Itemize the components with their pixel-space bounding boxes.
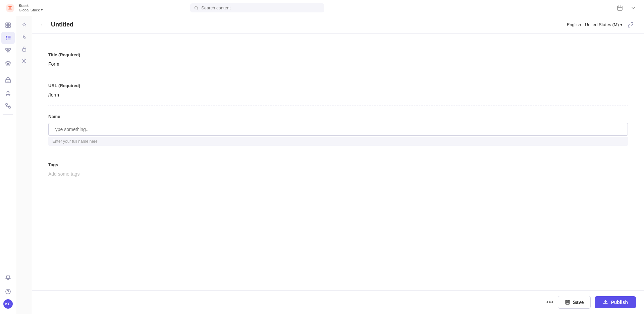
search-input[interactable]: [201, 5, 320, 10]
sidebar-item-list[interactable]: [1, 32, 15, 44]
lock-icon: [21, 46, 27, 52]
title-field-value: Form: [48, 61, 628, 67]
editor-header: ← Untitled English - United States (M) ▾: [32, 16, 644, 34]
svg-point-28: [9, 95, 10, 96]
svg-rect-30: [9, 107, 10, 108]
tags-field-section: Tags Add some tags: [48, 154, 628, 185]
publish-button[interactable]: Publish: [595, 296, 636, 308]
url-field-label: URL (Required): [48, 83, 628, 88]
deploy-icon: [5, 90, 11, 96]
save-icon: [565, 300, 570, 305]
link-icon: [21, 34, 27, 40]
schema-icon: [5, 48, 11, 54]
svg-line-2: [197, 9, 198, 10]
content-sidebar-star[interactable]: [18, 19, 30, 30]
svg-rect-39: [566, 303, 569, 304]
help-icon: [5, 289, 11, 295]
name-field-section: Name Enter your full name here: [48, 106, 628, 154]
grid-icon: [5, 22, 11, 28]
search-icon: [194, 6, 199, 10]
top-nav: Stack Global Stack ▾: [0, 0, 644, 16]
publish-label: Publish: [611, 300, 628, 305]
sidebar-divider-2: [3, 114, 13, 115]
title-field-section: Title (Required) Form: [48, 44, 628, 75]
editor-title: Untitled: [51, 21, 73, 28]
url-field-value: /form: [48, 92, 628, 98]
bell-icon: [5, 274, 11, 280]
sidebar-item-marketplace[interactable]: [1, 74, 15, 86]
svg-rect-18: [9, 48, 10, 50]
star-icon: [21, 22, 27, 27]
sidebar-item-help[interactable]: [1, 286, 15, 298]
nav-right: [614, 3, 639, 13]
sidebar-item-deploy[interactable]: [1, 87, 15, 99]
stack-name[interactable]: Global Stack ▾: [19, 8, 43, 12]
name-field-label: Name: [48, 114, 628, 119]
title-field-label: Title (Required): [48, 52, 628, 57]
back-button[interactable]: ←: [40, 22, 46, 28]
sidebar-item-layers[interactable]: [1, 57, 15, 69]
sidebar-divider-1: [3, 72, 13, 72]
expand-icon: [628, 22, 634, 28]
svg-rect-17: [6, 48, 7, 50]
list-icon: [5, 35, 11, 41]
name-field-hint: Enter your full name here: [48, 137, 628, 146]
content-sidebar-link[interactable]: [18, 32, 30, 42]
url-field-section: URL (Required) /form: [48, 75, 628, 106]
sidebar-item-bell[interactable]: [1, 271, 15, 284]
editor-content: Title (Required) Form URL (Required) /fo…: [32, 34, 644, 290]
svg-rect-19: [7, 51, 9, 53]
publish-icon: [603, 300, 608, 305]
search-bar[interactable]: [190, 3, 324, 12]
content-sidebar: [16, 16, 32, 314]
content-sidebar-settings[interactable]: [18, 56, 30, 66]
layers-icon: [5, 60, 11, 66]
sidebar-item-workflows[interactable]: [1, 100, 15, 112]
more-options-button[interactable]: •••: [546, 299, 554, 306]
left-sidebar: KC: [0, 16, 16, 314]
workflows-icon: [5, 103, 11, 109]
svg-rect-11: [6, 36, 7, 38]
main-layout: KC: [0, 16, 644, 314]
svg-point-36: [23, 60, 25, 62]
svg-rect-10: [8, 25, 10, 27]
brand-info: Stack Global Stack ▾: [19, 4, 43, 12]
svg-rect-3: [618, 6, 622, 10]
name-field-input[interactable]: [48, 123, 628, 136]
expand-button[interactable]: [625, 19, 636, 30]
sidebar-item-grid[interactable]: [1, 19, 15, 31]
brand-name: Stack: [19, 4, 43, 8]
svg-point-33: [8, 293, 8, 294]
svg-rect-8: [8, 23, 10, 25]
sidebar-bottom: KC: [1, 271, 15, 311]
svg-rect-14: [6, 39, 7, 40]
marketplace-icon: [5, 77, 11, 83]
editor-footer: ••• Save Publish: [32, 290, 644, 314]
save-button[interactable]: Save: [558, 296, 591, 309]
locale-selector[interactable]: English - United States (M) ▾: [567, 22, 623, 27]
tags-input[interactable]: Add some tags: [48, 171, 628, 177]
svg-rect-38: [567, 300, 569, 302]
settings-icon: [21, 58, 27, 64]
calendar-button[interactable]: [614, 3, 625, 13]
sidebar-item-schema[interactable]: [1, 45, 15, 57]
svg-rect-9: [6, 25, 8, 27]
content-sidebar-lock[interactable]: [18, 44, 30, 54]
svg-rect-29: [6, 104, 7, 105]
user-avatar[interactable]: KC: [3, 299, 13, 309]
editor-header-right: English - United States (M) ▾: [567, 19, 636, 30]
chevron-down-icon: [631, 6, 636, 10]
tags-field-label: Tags: [48, 162, 628, 167]
svg-point-26: [6, 95, 7, 96]
svg-point-27: [8, 95, 8, 96]
calendar-icon: [617, 5, 623, 11]
nav-dropdown-button[interactable]: [628, 3, 639, 13]
svg-point-35: [24, 50, 24, 50]
locale-label: English - United States (M): [567, 22, 619, 27]
editor-area: ← Untitled English - United States (M) ▾: [32, 16, 644, 314]
svg-rect-7: [6, 23, 8, 25]
locale-dropdown-icon: ▾: [620, 22, 623, 27]
save-label: Save: [573, 300, 584, 305]
brand-logo: [5, 3, 15, 13]
